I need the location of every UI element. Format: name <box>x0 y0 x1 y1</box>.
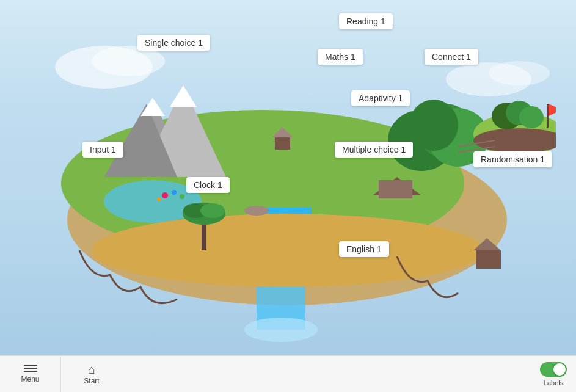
hamburger-icon <box>24 368 37 369</box>
hamburger-icon <box>24 365 37 366</box>
connect-label[interactable]: Connect 1 <box>425 49 478 65</box>
labels-text: Labels <box>544 379 563 387</box>
main-area: Reading 1 Single choice 1 Maths 1 Connec… <box>0 0 576 355</box>
svg-point-25 <box>519 106 544 128</box>
svg-rect-35 <box>476 250 501 269</box>
multiple-choice-label[interactable]: Multiple choice 1 <box>335 142 413 158</box>
home-icon: ⌂ <box>88 363 95 376</box>
toggle-knob <box>553 363 566 376</box>
svg-point-18 <box>409 100 458 151</box>
maths-label[interactable]: Maths 1 <box>318 49 363 65</box>
svg-marker-22 <box>549 104 556 116</box>
input-label[interactable]: Input 1 <box>82 142 123 158</box>
clock-label[interactable]: Clock 1 <box>186 177 230 193</box>
svg-marker-10 <box>170 85 197 107</box>
start-label: Start <box>84 377 99 385</box>
svg-point-28 <box>92 214 483 287</box>
svg-point-32 <box>200 203 225 218</box>
start-button[interactable]: ⌂ Start <box>61 356 122 393</box>
svg-point-37 <box>162 192 168 198</box>
bottom-bar: Menu ⌂ Start Labels <box>0 355 576 392</box>
randomisation-label[interactable]: Randomisation 1 <box>473 151 552 167</box>
svg-rect-27 <box>379 180 412 198</box>
toggle-switch[interactable] <box>540 362 567 377</box>
single-choice-label[interactable]: Single choice 1 <box>137 35 210 51</box>
reading-label[interactable]: Reading 1 <box>339 13 393 29</box>
svg-marker-9 <box>140 98 165 116</box>
svg-point-38 <box>172 190 177 195</box>
menu-button[interactable]: Menu <box>0 356 61 393</box>
english-label[interactable]: English 1 <box>339 241 389 257</box>
app: Reading 1 Single choice 1 Maths 1 Connec… <box>0 0 576 392</box>
hamburger-icon <box>24 371 37 372</box>
svg-point-40 <box>157 198 161 201</box>
svg-rect-21 <box>547 104 549 128</box>
svg-rect-42 <box>275 137 290 150</box>
svg-point-3 <box>489 61 550 85</box>
svg-point-39 <box>180 194 184 199</box>
menu-label: Menu <box>21 375 39 383</box>
svg-point-41 <box>244 206 269 216</box>
svg-point-13 <box>244 318 318 342</box>
adaptivity-label[interactable]: Adaptivity 1 <box>351 90 410 106</box>
labels-toggle[interactable]: Labels <box>540 362 567 387</box>
island-container <box>31 18 556 342</box>
